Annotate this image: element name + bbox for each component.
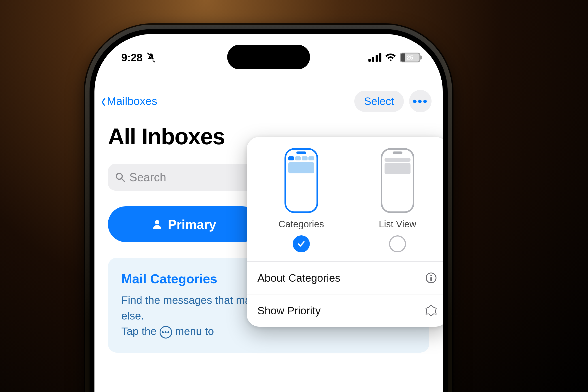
tab-primary[interactable]: Primary [108, 206, 260, 242]
page-title: All Inboxes [108, 124, 225, 150]
priority-icon [425, 304, 437, 317]
radio-list-view[interactable] [389, 236, 406, 252]
row-about-categories[interactable]: About Categories [247, 262, 443, 294]
more-button[interactable]: ••• [409, 90, 431, 112]
battery-icon: 25 [400, 52, 420, 62]
select-button[interactable]: Select [354, 90, 404, 112]
chevron-left-icon: ‹ [101, 89, 106, 112]
option-categories-label: Categories [278, 219, 324, 230]
person-icon [152, 219, 163, 230]
row-about-label: About Categories [257, 272, 340, 284]
tab-primary-label: Primary [168, 217, 216, 232]
phone-frame: 9:28 25 ‹ [85, 24, 452, 392]
option-list-view[interactable]: List View [379, 148, 416, 252]
option-list-view-label: List View [379, 219, 416, 230]
row-show-priority[interactable]: Show Priority [247, 294, 443, 327]
option-categories[interactable]: Categories [278, 148, 324, 252]
back-label: Mailboxes [107, 95, 157, 108]
ellipsis-icon: ••• [413, 94, 428, 108]
svg-point-0 [116, 174, 122, 179]
svg-rect-4 [430, 277, 432, 281]
nav-bar: ‹ Mailboxes Select ••• [95, 86, 443, 117]
list-view-preview-icon [381, 148, 414, 213]
radio-categories[interactable] [293, 236, 310, 252]
search-icon [115, 172, 125, 182]
categories-preview-icon [284, 148, 318, 213]
status-time: 9:28 [121, 52, 142, 64]
back-button[interactable]: ‹ Mailboxes [101, 93, 157, 110]
view-options-popover: Categories [247, 137, 443, 327]
ellipsis-circle-icon: ••• [160, 326, 172, 338]
row-priority-label: Show Priority [257, 304, 321, 317]
search-placeholder: Search [129, 170, 166, 184]
silent-icon [146, 52, 155, 62]
info-icon [425, 272, 437, 284]
svg-point-1 [155, 220, 159, 224]
wifi-icon [385, 53, 396, 62]
cellular-icon [368, 53, 381, 62]
svg-point-3 [430, 275, 432, 276]
dynamic-island [227, 45, 310, 69]
